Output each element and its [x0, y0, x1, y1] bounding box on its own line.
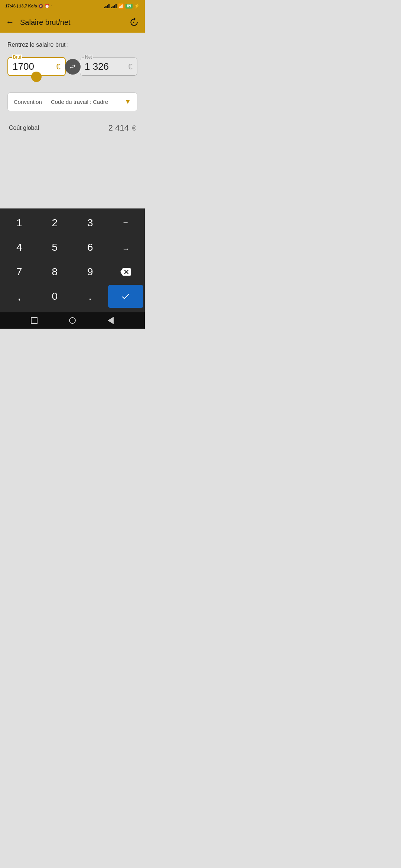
convention-value: Code du travail : Cadre: [51, 99, 108, 105]
cout-global-row: Coût global 2 414 €: [7, 123, 137, 133]
key-dot[interactable]: .: [72, 285, 108, 308]
keyboard: 1 2 3 − 4 5 6 ⎵ 7 8 9 , 0 .: [0, 208, 145, 312]
back-button[interactable]: ←: [6, 17, 14, 27]
key-4[interactable]: 4: [1, 236, 37, 259]
key-confirm[interactable]: [108, 285, 144, 308]
recents-button[interactable]: [30, 317, 38, 324]
key-6[interactable]: 6: [72, 236, 108, 259]
keyboard-row-4: , 0 .: [1, 285, 143, 308]
cout-global-value: 2 414: [108, 123, 129, 133]
square-icon: [31, 317, 38, 324]
brut-euro-icon: €: [56, 62, 61, 72]
swap-icon: [69, 63, 76, 70]
battery-indicator: 89: [125, 4, 133, 9]
wifi-icon: 📶: [118, 3, 124, 9]
net-label: Net: [84, 55, 93, 60]
status-network: 13,7 Ko/s: [19, 4, 37, 8]
status-time-network: 17:46 | 13,7 Ko/s 🔕 ⏰ ·: [5, 4, 52, 9]
key-8[interactable]: 8: [37, 260, 73, 283]
keyboard-row-3: 7 8 9: [1, 260, 143, 283]
net-value: 1 326: [85, 61, 109, 72]
content-spacer: [0, 142, 145, 208]
salary-row: Brut 1700 € Net 1 326 €: [7, 57, 137, 76]
spacer: [7, 85, 137, 92]
signal-icon: [104, 4, 110, 8]
svg-point-0: [133, 22, 134, 23]
circle-icon: [69, 317, 76, 324]
navigation-bar: [0, 312, 145, 329]
brut-value-row: 1700 €: [13, 61, 61, 72]
brut-value: 1700: [13, 61, 34, 72]
history-button[interactable]: [128, 17, 139, 27]
charging-icon: ⚡: [134, 3, 140, 9]
convention-dropdown[interactable]: Convention Code du travail : Cadre ▼: [7, 92, 137, 111]
key-5[interactable]: 5: [37, 236, 73, 259]
chevron-down-icon: ▼: [124, 98, 131, 106]
cout-global-label: Coût global: [9, 125, 39, 131]
status-bar: 17:46 | 13,7 Ko/s 🔕 ⏰ · 📶 89 ⚡: [0, 0, 145, 12]
key-7[interactable]: 7: [1, 260, 37, 283]
convention-label: Convention: [14, 99, 42, 105]
key-0[interactable]: 0: [37, 285, 73, 308]
status-icons: 📶 89 ⚡: [104, 3, 140, 9]
net-input-group[interactable]: Net 1 326 €: [80, 57, 137, 76]
cout-global-value-group: 2 414 €: [108, 123, 136, 133]
home-button[interactable]: [69, 317, 76, 324]
triangle-icon: [108, 317, 114, 324]
key-comma[interactable]: ,: [1, 285, 37, 308]
signal-icon-2: [111, 4, 117, 8]
brut-input-group[interactable]: Brut 1700 €: [7, 57, 66, 76]
swap-button[interactable]: [65, 59, 81, 75]
slider-thumb: [31, 72, 42, 82]
brut-label: Brut: [12, 55, 22, 60]
key-backspace[interactable]: [108, 260, 144, 283]
status-time: 17:46: [5, 4, 16, 8]
back-nav-button[interactable]: [107, 317, 114, 324]
key-space[interactable]: ⎵: [108, 236, 144, 259]
net-value-row: 1 326 €: [85, 61, 133, 72]
convention-left: Convention Code du travail : Cadre: [14, 99, 108, 105]
app-title: Salaire brut/net: [20, 18, 128, 27]
main-content: Rentrez le salaire brut : Brut 1700 € Ne…: [0, 33, 145, 142]
instruction-text: Rentrez le salaire brut :: [7, 42, 137, 48]
key-2[interactable]: 2: [37, 211, 73, 234]
key-1[interactable]: 1: [1, 211, 37, 234]
key-minus[interactable]: −: [108, 211, 144, 234]
key-9[interactable]: 9: [72, 260, 108, 283]
keyboard-row-1: 1 2 3 −: [1, 211, 143, 234]
key-3[interactable]: 3: [72, 211, 108, 234]
cout-euro-icon: €: [132, 124, 136, 132]
app-bar: ← Salaire brut/net: [0, 12, 145, 33]
keyboard-row-2: 4 5 6 ⎵: [1, 236, 143, 259]
net-euro-icon: €: [128, 62, 133, 72]
